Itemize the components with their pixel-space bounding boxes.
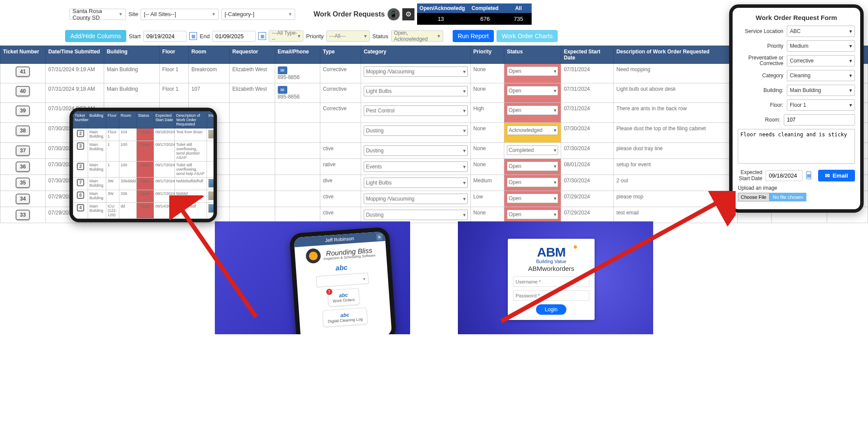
category-select-cell[interactable]: Light Bulbs▾ bbox=[364, 178, 467, 188]
status-select[interactable]: Open, Acknowledged▾ bbox=[391, 30, 443, 42]
th-requestor[interactable]: Requestor bbox=[230, 46, 275, 64]
form-floor-select[interactable]: Floor 1▾ bbox=[787, 99, 855, 111]
ticket-button[interactable]: 34 bbox=[16, 194, 30, 204]
status-select-cell[interactable]: Open▾ bbox=[507, 66, 558, 76]
menu-icon[interactable]: ≡ bbox=[376, 233, 383, 241]
mail-icon[interactable]: ✉ bbox=[278, 66, 287, 74]
th-desc[interactable]: Description of Work Order Requested bbox=[614, 46, 738, 64]
status-select-cell[interactable]: Open▾ bbox=[507, 178, 558, 187]
ticket-button[interactable]: 33 bbox=[16, 210, 30, 220]
category-select-cell[interactable]: Events▾ bbox=[364, 161, 467, 172]
th-status[interactable]: Status bbox=[504, 46, 561, 64]
category-select-cell[interactable]: Mopping /Vacuuming▾ bbox=[364, 66, 467, 77]
stats-all-label: All bbox=[506, 3, 532, 13]
calendar-icon[interactable]: ▦ bbox=[806, 171, 811, 179]
start-date-input[interactable] bbox=[143, 31, 187, 42]
th-floor[interactable]: Floor bbox=[159, 46, 188, 64]
ticket-button[interactable]: 37 bbox=[16, 145, 30, 156]
category-select-cell[interactable]: Mopping /Vacuuming▾ bbox=[364, 194, 467, 204]
site-select[interactable]: [-- All Sites--]▼ bbox=[141, 9, 219, 20]
cell-expected: 07/29/2024 bbox=[561, 191, 614, 207]
mail-icon[interactable]: ✉ bbox=[278, 86, 287, 94]
cell-status: Open bbox=[137, 178, 154, 190]
form-location-select[interactable]: ABC▾ bbox=[787, 26, 855, 37]
type-value: ---All Type--- bbox=[272, 30, 298, 42]
cell-image bbox=[207, 128, 217, 141]
password-input[interactable] bbox=[513, 290, 589, 301]
calendar-icon[interactable]: ▦ bbox=[258, 32, 266, 40]
run-report-button[interactable]: Run Report bbox=[453, 30, 494, 42]
calendar-icon[interactable]: ▦ bbox=[189, 32, 197, 40]
work-order-charts-button[interactable]: Work Order Charts bbox=[496, 30, 558, 42]
ticket-button[interactable]: 3 bbox=[77, 142, 85, 150]
cell-requestor: Elizabeth West bbox=[230, 83, 275, 103]
status-select-cell[interactable]: Open▾ bbox=[507, 194, 558, 203]
stats-open-value: 13 bbox=[417, 13, 465, 25]
username-input[interactable] bbox=[513, 277, 589, 287]
ticket-button[interactable]: 2 bbox=[77, 130, 85, 137]
ticket-button[interactable]: 36 bbox=[16, 161, 30, 172]
th-priority[interactable]: Priority bbox=[470, 46, 504, 64]
form-building-select[interactable]: Main Building▾ bbox=[787, 85, 855, 96]
cell-desc: please mop bbox=[614, 191, 738, 207]
th-expected[interactable]: Expected Start Date bbox=[561, 46, 614, 64]
status-select-cell[interactable]: Acknowledged▾ bbox=[507, 125, 558, 135]
category-select-cell[interactable]: Dusting▾ bbox=[364, 145, 467, 156]
form-expected-input[interactable] bbox=[766, 170, 803, 181]
form-room-input[interactable] bbox=[784, 114, 855, 125]
form-category-select[interactable]: Cleaning▾ bbox=[787, 70, 855, 81]
cleaning-log-tile[interactable]: abcDigital Cleaning Log bbox=[322, 307, 368, 327]
email-button[interactable]: ✉Email bbox=[818, 170, 855, 181]
category-select-cell[interactable]: Light Bulbs▾ bbox=[364, 86, 467, 96]
th-type[interactable]: Type bbox=[320, 46, 361, 64]
status-value: Open, Acknowledged bbox=[394, 30, 437, 42]
login-button[interactable]: Login bbox=[536, 304, 566, 315]
ticket-button[interactable]: 6 bbox=[77, 191, 85, 199]
addhide-columns-button[interactable]: Add/Hide Columns bbox=[65, 30, 126, 42]
th-ticket[interactable]: Ticket Number bbox=[0, 46, 46, 64]
ticket-button[interactable]: 7 bbox=[77, 179, 85, 186]
mth-floor: Floor bbox=[106, 112, 119, 128]
cell-status: Open bbox=[137, 161, 154, 178]
form-location-label: Service Location bbox=[738, 28, 783, 34]
gear-icon[interactable]: ⚙ bbox=[402, 8, 414, 20]
th-room[interactable]: Room bbox=[189, 46, 230, 64]
th-email[interactable]: Email/Phone bbox=[275, 46, 320, 64]
category-select[interactable]: [-Category-]▼ bbox=[221, 9, 295, 20]
category-select-cell[interactable]: Dusting▾ bbox=[364, 210, 467, 220]
th-submitted[interactable]: Date/Time Submitted bbox=[46, 46, 104, 64]
phone-dropdown[interactable]: ▾ bbox=[316, 273, 369, 287]
cell-requestor bbox=[230, 143, 275, 159]
ticket-button[interactable]: 4 bbox=[77, 204, 85, 211]
status-select-cell[interactable]: Open▾ bbox=[507, 105, 558, 115]
choose-file-button[interactable]: Choose File bbox=[738, 193, 769, 201]
ticket-button[interactable]: 2 bbox=[77, 163, 85, 170]
category-select-cell[interactable]: Dusting▾ bbox=[364, 125, 467, 136]
district-select[interactable]: Santa Rosa County SD▼ bbox=[69, 9, 126, 20]
type-select[interactable]: ---All Type---▾ bbox=[269, 30, 303, 42]
ticket-button[interactable]: 40 bbox=[16, 86, 30, 96]
cell-submitted: 07/31/2024 9:19 AM bbox=[46, 64, 104, 83]
th-category[interactable]: Category bbox=[361, 46, 470, 64]
form-prev-select[interactable]: Corrective▾ bbox=[787, 55, 855, 66]
priority-select[interactable]: ---All---▾ bbox=[326, 30, 370, 42]
table-row: 3Main Building1100Open09/17/2024Toilet s… bbox=[73, 141, 217, 161]
ticket-button[interactable]: 35 bbox=[16, 178, 30, 188]
ticket-button[interactable]: 39 bbox=[16, 105, 30, 116]
work-orders-tile[interactable]: 7abcWork Orders bbox=[327, 288, 360, 306]
form-priority-select[interactable]: Medium▾ bbox=[787, 40, 855, 52]
status-select-cell[interactable]: Open▾ bbox=[507, 161, 558, 171]
category-select-cell[interactable]: Pest Control▾ bbox=[364, 105, 467, 116]
status-select-cell[interactable]: Open▾ bbox=[507, 86, 558, 96]
stats-completed-value: 676 bbox=[465, 13, 506, 25]
ticket-button[interactable]: 38 bbox=[16, 125, 30, 136]
th-building[interactable]: Building bbox=[104, 46, 159, 64]
phone-icon[interactable]: 📱 bbox=[388, 8, 400, 20]
ticket-button[interactable]: 41 bbox=[16, 66, 30, 77]
end-date-input[interactable] bbox=[212, 31, 256, 42]
cell-priority: None bbox=[470, 143, 504, 159]
status-select-cell[interactable]: Open▾ bbox=[507, 210, 558, 219]
login-title: ABMworkorders bbox=[513, 265, 589, 272]
form-notes-textarea[interactable] bbox=[738, 129, 855, 164]
status-select-cell[interactable]: Completed▾ bbox=[507, 145, 558, 155]
